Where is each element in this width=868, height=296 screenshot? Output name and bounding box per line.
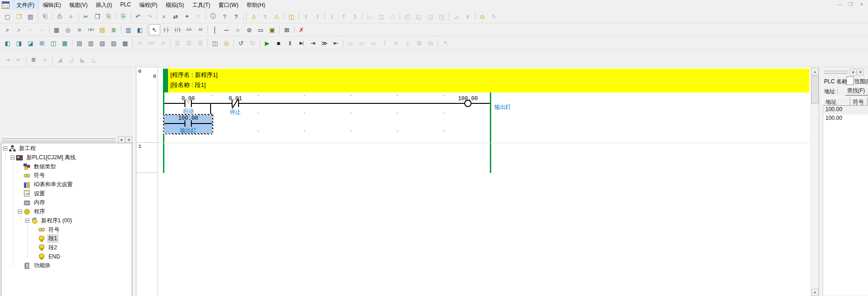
close-window-button[interactable]: ✕ xyxy=(858,1,865,8)
tree-item[interactable]: 内存 xyxy=(1,198,132,207)
new-vertical-line[interactable]: │ xyxy=(209,24,221,35)
new-closed-contact[interactable]: ┤/├ xyxy=(172,24,183,35)
io-table-view[interactable]: ◧ xyxy=(134,24,146,35)
properties[interactable]: ⓘ xyxy=(207,11,219,22)
new-fb-invoke[interactable]: ▣ xyxy=(266,24,278,35)
new-instruction[interactable]: ▭ xyxy=(255,24,266,35)
tree-item-label[interactable]: 段1 xyxy=(47,234,59,243)
new-contact-or[interactable]: ┴┴ xyxy=(183,24,195,35)
find-button[interactable]: 查找(F) xyxy=(845,86,868,96)
view-rung-comments[interactable]: ▩ xyxy=(119,38,131,48)
toggle-watch-window[interactable]: ◪ xyxy=(25,38,36,48)
toggle-cross-reference[interactable]: ⊞ xyxy=(36,38,48,48)
new-file[interactable]: ▢ xyxy=(2,11,13,22)
tree-item[interactable]: 设置 xyxy=(1,189,132,198)
find[interactable]: ⌕ xyxy=(158,11,170,22)
copy[interactable]: ❐ xyxy=(92,11,103,22)
work-online-simulator[interactable]: ↺ xyxy=(235,38,247,48)
plc-clock[interactable]: ◎ xyxy=(221,38,232,48)
address-table-column-symbol[interactable]: 符号 xyxy=(850,97,868,106)
context-help[interactable]: ? xyxy=(230,11,242,22)
view-mnemonic[interactable]: ▥ xyxy=(85,38,97,48)
local-symbol-list[interactable]: ≣ xyxy=(108,24,119,35)
cut[interactable]: ✂ xyxy=(80,11,92,22)
open-file[interactable]: ❒ xyxy=(13,11,25,22)
menu-plc[interactable]: PLC xyxy=(116,0,135,11)
tree-item-label[interactable]: 符号 xyxy=(33,171,46,180)
tree-expander-minus[interactable] xyxy=(25,219,29,223)
new-closed-contact-or[interactable]: ┴/ xyxy=(195,24,206,35)
new-coil[interactable]: ○ xyxy=(232,24,244,35)
address-table-column-address[interactable]: 地址 xyxy=(823,97,850,106)
scroll-thumb[interactable] xyxy=(811,75,819,104)
contact-seal-selected[interactable]: 100.00 输出灯 xyxy=(163,114,213,135)
panel-close-button[interactable]: ✕ xyxy=(857,69,864,75)
sim-pause[interactable]: ‖ xyxy=(284,38,296,48)
scroll-up-button[interactable]: ▲ xyxy=(811,68,819,75)
tree-item-label[interactable]: 设置 xyxy=(33,189,46,198)
paste[interactable]: ⎘ xyxy=(103,11,114,22)
time-chart-monitor[interactable]: ◫ xyxy=(209,38,221,48)
tree-item[interactable]: 功能块 xyxy=(1,261,132,270)
tree-item[interactable]: 新工程 xyxy=(1,144,132,153)
set-protection[interactable]: ⊙ xyxy=(477,11,488,22)
tree-item[interactable]: 程序 xyxy=(1,207,132,216)
rung-1-gutter-cell[interactable]: 1 xyxy=(136,143,157,173)
menu-simulation[interactable]: 模拟(S) xyxy=(162,0,188,11)
tree-expander-minus[interactable] xyxy=(18,210,22,214)
view-ladder[interactable]: ▤ xyxy=(74,38,85,48)
menu-program[interactable]: 编程(P) xyxy=(135,0,162,11)
toggle-grid[interactable]: ▦ xyxy=(51,24,62,35)
view-symbols[interactable]: ▧ xyxy=(97,38,108,48)
menu-view[interactable]: 视图(V) xyxy=(65,0,92,11)
tree-item-label[interactable]: 段2 xyxy=(47,243,59,252)
menu-insert[interactable]: 插入(I) xyxy=(92,0,116,11)
tree-item[interactable]: 段1 xyxy=(1,234,132,243)
tree-item[interactable]: END xyxy=(1,252,132,261)
page-setup[interactable]: ⎗ xyxy=(39,11,51,22)
toggle-project-workspace[interactable]: ◧ xyxy=(2,38,13,48)
mnemonic-view[interactable]: ▥ xyxy=(123,24,134,35)
new-horizontal-line[interactable]: ─ xyxy=(221,24,232,35)
tree-item-label[interactable]: 程序 xyxy=(33,207,46,216)
panel-collapse-button[interactable]: ▾ xyxy=(850,69,857,75)
selection-tool[interactable]: ↖ xyxy=(149,24,160,35)
sim-scan-run[interactable]: ⇤ xyxy=(330,38,342,48)
address-table-row[interactable]: 100.00 xyxy=(823,114,868,123)
tree-expander-minus[interactable] xyxy=(3,146,7,151)
rung-wrap[interactable]: ≣ xyxy=(28,54,39,65)
tree-item-label[interactable]: IO表和单元设置 xyxy=(33,180,74,189)
save[interactable]: ▤ xyxy=(25,11,36,22)
tree-item[interactable]: IO表和单元设置 xyxy=(1,180,132,189)
panel-drag-grip[interactable] xyxy=(824,71,848,74)
tree-item-label[interactable]: 内存 xyxy=(33,198,46,207)
find-bit-address[interactable]: ⌖ xyxy=(181,11,193,22)
program-assignments[interactable]: ◫ xyxy=(286,11,297,22)
toggle-io-comment-view[interactable]: ▦ xyxy=(59,38,71,48)
tree-expander-minus[interactable] xyxy=(11,156,15,160)
tree-item-label[interactable]: 符号 xyxy=(47,226,61,234)
ladder-vertical-scrollbar[interactable]: ▲ ▼ xyxy=(811,68,819,296)
zoom-in[interactable]: ⌕ xyxy=(2,24,13,35)
help-topics[interactable]: ? xyxy=(219,11,230,22)
new-fb-parameter[interactable]: ⊞ xyxy=(281,24,293,35)
overview-window[interactable]: ◎ xyxy=(62,24,74,35)
toggle-address-reference[interactable]: ◫ xyxy=(48,38,59,48)
replace[interactable]: ⇄ xyxy=(170,11,181,22)
undo[interactable]: ↶ xyxy=(132,11,144,22)
print[interactable]: ⎙ xyxy=(54,11,65,22)
menu-window[interactable]: 窗口(W) xyxy=(214,0,242,11)
menu-help[interactable]: 帮助(H) xyxy=(243,0,270,11)
ladder-addressref-splitter[interactable] xyxy=(819,68,822,296)
rung-comment-banner[interactable]: [程序名 : 新程序1] [段名称 : 段1] xyxy=(163,69,809,92)
tree-item-label[interactable]: 功能块 xyxy=(33,261,52,270)
show-rulers[interactable]: ≡ xyxy=(74,24,85,35)
print-preview[interactable]: ⌕ xyxy=(65,11,77,22)
restore-window-button[interactable]: ❐ xyxy=(847,1,854,8)
minimize-window-button[interactable]: — xyxy=(836,1,843,8)
show-io-comments[interactable]: HH xyxy=(85,24,97,35)
tree-item[interactable]: 数据类型 xyxy=(1,162,132,171)
address-table-row[interactable]: 100.00 xyxy=(823,106,868,114)
symbol-table[interactable]: ▤ xyxy=(97,24,108,35)
plc-name-combo[interactable] xyxy=(846,76,854,85)
